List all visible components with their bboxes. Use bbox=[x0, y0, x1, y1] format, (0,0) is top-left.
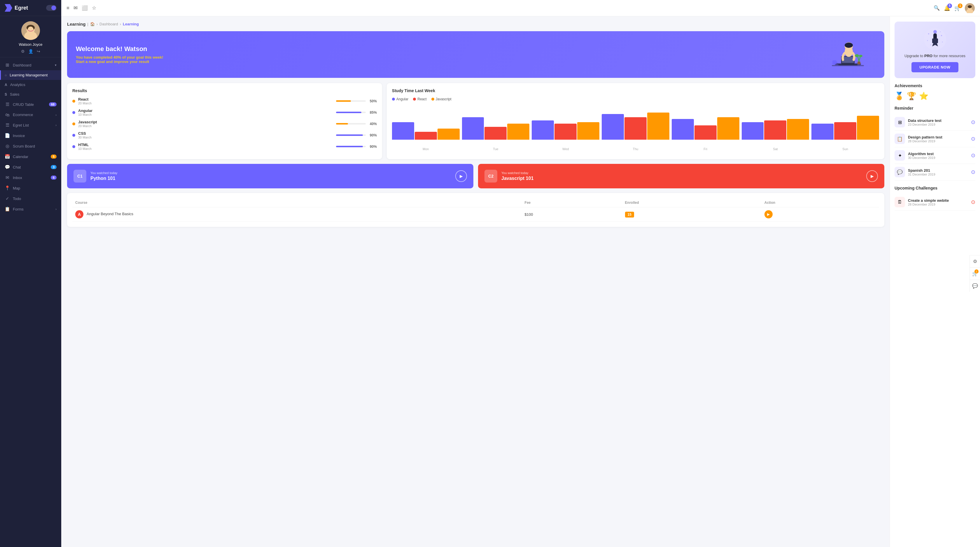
challenge-name: Create a simple webite bbox=[908, 198, 968, 203]
bar-label: Mon bbox=[392, 147, 460, 151]
chevron-icon: › bbox=[56, 123, 57, 127]
sidebar-item-dashboard[interactable]: ⊞ Dashboard ▾ bbox=[0, 60, 61, 70]
menu-icon[interactable]: ≡ bbox=[67, 5, 69, 11]
reminder-play-button[interactable]: ⊙ bbox=[971, 152, 975, 159]
app-name: Egret bbox=[14, 5, 28, 11]
action-play-button[interactable]: ▶ bbox=[764, 210, 773, 218]
cart-button[interactable]: 🛒 1 bbox=[955, 5, 961, 11]
reminder-play-button[interactable]: ⊙ bbox=[971, 135, 975, 142]
sidebar-item-learning[interactable]: ○ Learning Management bbox=[0, 70, 61, 80]
play-button-c2[interactable]: ▶ bbox=[866, 170, 878, 182]
bar-react bbox=[834, 122, 856, 140]
sidebar-item-label: Egret List bbox=[13, 123, 29, 127]
chevron-icon: ▾ bbox=[55, 63, 57, 67]
watch-label-c1: You watched today bbox=[91, 171, 118, 175]
result-info: Javascript 20 March bbox=[78, 120, 333, 128]
layout-icon[interactable]: ⬜ bbox=[82, 5, 88, 11]
bar-group bbox=[532, 105, 600, 140]
sidebar-item-map[interactable]: 📍 Map bbox=[0, 183, 61, 193]
sidebar-item-calendar[interactable]: 📅 Calendar 5 bbox=[0, 151, 61, 162]
edge-cart-button[interactable]: 🛒 1 bbox=[969, 267, 980, 280]
upgrade-button[interactable]: UPGRADE NOW bbox=[912, 62, 959, 72]
home-icon[interactable]: 🏠 bbox=[90, 22, 95, 26]
upgrade-after: for more resources bbox=[932, 54, 966, 58]
topbar-avatar[interactable] bbox=[965, 3, 975, 13]
courses-tbody: A Angular Beyond The Basics $100 15 ▶ bbox=[72, 207, 879, 222]
play-button-c1[interactable]: ▶ bbox=[455, 170, 467, 182]
result-name: HTML bbox=[78, 143, 333, 147]
reminder-icon: 💬 bbox=[894, 167, 905, 177]
edge-settings-button[interactable]: ⚙ bbox=[969, 255, 980, 267]
settings-icon[interactable]: ⚙ bbox=[21, 49, 25, 54]
sidebar-item-sales[interactable]: S Sales bbox=[0, 89, 61, 99]
crud-icon: ☰ bbox=[5, 102, 10, 107]
sidebar-header: Egret bbox=[0, 0, 61, 16]
result-item: CSS 30 March 90% bbox=[72, 131, 377, 139]
sidebar-item-inbox[interactable]: ✉ Inbox 6 bbox=[0, 172, 61, 183]
avatar-svg bbox=[965, 3, 975, 13]
user-icon[interactable]: 👤 bbox=[28, 49, 33, 54]
reminder-play-button[interactable]: ⊙ bbox=[971, 169, 975, 175]
sidebar-logo[interactable]: Egret bbox=[5, 4, 28, 12]
svg-point-4 bbox=[28, 27, 33, 32]
result-item: Angular 10 March 85% bbox=[72, 108, 377, 116]
notifications-button[interactable]: 🔔 5 bbox=[944, 5, 950, 11]
sidebar-item-label: Map bbox=[13, 186, 20, 191]
breadcrumb-dashboard[interactable]: Dashboard bbox=[99, 22, 118, 26]
challenge-date: 28 December 2019 bbox=[908, 203, 968, 206]
reminder-name: Design pattern test bbox=[908, 135, 968, 139]
result-date: 10 March bbox=[78, 113, 333, 116]
sidebar-item-scrum[interactable]: ◎ Scrum Board bbox=[0, 141, 61, 151]
sidebar-nav: ⊞ Dashboard ▾ ○ Learning Management A An… bbox=[0, 57, 61, 547]
result-item: React 20 March 50% bbox=[72, 97, 377, 105]
reminder-date: 30 December 2019 bbox=[908, 156, 968, 159]
mail-icon[interactable]: ✉ bbox=[73, 5, 78, 11]
upgrade-illustration bbox=[900, 27, 969, 51]
logout-icon[interactable]: ↪ bbox=[37, 49, 40, 54]
svg-rect-18 bbox=[832, 60, 837, 64]
reminder-list: ⊞ Data structure test 23 December 2019 ⊙… bbox=[894, 114, 975, 180]
result-bar-fill bbox=[336, 123, 348, 124]
bar-javascript bbox=[507, 124, 530, 140]
sidebar-item-analytics[interactable]: A Analytics bbox=[0, 80, 61, 89]
bar-react bbox=[694, 126, 717, 140]
watch-cards-row: C1 You watched today Python 101 ▶ C2 You… bbox=[67, 164, 885, 188]
chat-badge: 3 bbox=[51, 165, 57, 169]
invoice-icon: 📄 bbox=[5, 133, 10, 138]
chevron-icon: › bbox=[56, 113, 57, 117]
courses-table-card: Course Fee Enrolled Action A Angular Bey… bbox=[67, 193, 885, 227]
result-date: 10 March bbox=[78, 147, 333, 151]
sidebar-item-ecommerce[interactable]: 🛍 Ecommerce › bbox=[0, 110, 61, 120]
reminder-item: 📋 Design pattern test 28 December 2019 ⊙ bbox=[894, 130, 975, 147]
result-bar-fill bbox=[336, 134, 363, 136]
bar-label: Sat bbox=[742, 147, 810, 151]
bar-javascript bbox=[647, 113, 670, 140]
bookmark-icon[interactable]: ☆ bbox=[92, 5, 96, 11]
watch-title-c1: Python 101 bbox=[91, 176, 118, 181]
watch-card-python: C1 You watched today Python 101 ▶ bbox=[67, 164, 473, 188]
bar-react bbox=[764, 121, 786, 140]
reminder-play-button[interactable]: ⊙ bbox=[971, 119, 975, 126]
welcome-sub2: Start a new goal and improve your result bbox=[76, 59, 149, 64]
result-bar-track bbox=[336, 112, 366, 113]
sidebar-item-chat[interactable]: 💬 Chat 3 bbox=[0, 162, 61, 172]
sidebar-item-invoice[interactable]: 📄 Invoice bbox=[0, 130, 61, 141]
reminder-item: ⊞ Data structure test 23 December 2019 ⊙ bbox=[894, 114, 975, 130]
edge-chat-button[interactable]: 💬 bbox=[969, 280, 980, 292]
crud-badge: 68 bbox=[49, 102, 57, 107]
watch-title-c2: Javascript 101 bbox=[501, 176, 533, 181]
sidebar-item-todo[interactable]: ✓ Todo bbox=[0, 193, 61, 204]
sidebar-item-label: Todo bbox=[13, 197, 21, 201]
sidebar-toggle[interactable] bbox=[46, 5, 57, 11]
sidebar-item-crud[interactable]: ☰ CRUD Table 68 bbox=[0, 99, 61, 110]
search-icon[interactable]: 🔍 bbox=[934, 5, 940, 11]
challenge-play-button[interactable]: ⊙ bbox=[971, 199, 975, 205]
results-list: React 20 March 50% Angular 10 March 85% … bbox=[72, 97, 377, 151]
legend-label: Javascript bbox=[436, 97, 452, 101]
bar-group bbox=[462, 105, 530, 140]
breadcrumb-arrow: › bbox=[97, 22, 98, 26]
sidebar-item-forms[interactable]: 📋 Forms › bbox=[0, 204, 61, 214]
content-area: Learning | 🏠 › Dashboard › Learning Welc… bbox=[61, 16, 980, 547]
inbox-badge: 6 bbox=[51, 175, 57, 180]
sidebar-item-egret-list[interactable]: ☰ Egret List › bbox=[0, 120, 61, 130]
